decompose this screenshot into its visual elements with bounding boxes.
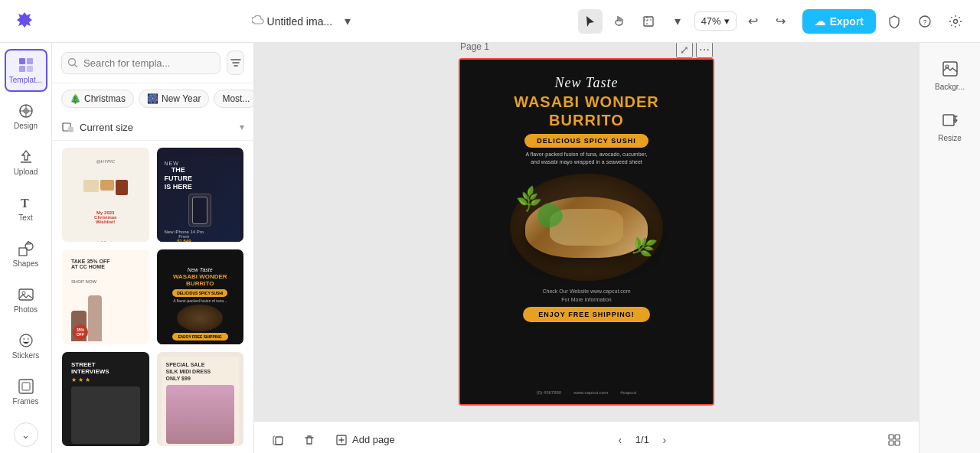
svg-rect-11: [19, 248, 27, 256]
main-area: Templat... Design Upload T Text: [0, 43, 980, 453]
help-btn[interactable]: ?: [913, 9, 937, 34]
upload-icon: [18, 148, 34, 165]
copy-page-btn[interactable]: [266, 428, 291, 452]
tag-christmas[interactable]: 🎄 Christmas: [61, 90, 134, 108]
background-label: Backgr...: [935, 83, 965, 91]
undo-btn[interactable]: ↩: [741, 9, 766, 34]
right-panel-resize[interactable]: Resize: [926, 103, 975, 148]
frame-tool-btn[interactable]: [636, 9, 661, 34]
header-center: Untitled ima... ▾: [43, 9, 569, 34]
sidebar-item-photos[interactable]: Photos: [5, 279, 47, 321]
sidebar-item-frames[interactable]: Frames: [5, 370, 47, 413]
export-button[interactable]: ☁ Export: [802, 9, 876, 34]
template-home-sale[interactable]: TAKE 35% OFFAT CC HOME SHOP NOW 35%OFF: [61, 249, 150, 344]
expand-icon: ⌄: [21, 429, 30, 441]
search-input[interactable]: [61, 52, 220, 74]
template-christmas-wish[interactable]: @HYPIC My 2023ChristmasWishlist! ☃ 0.3 s…: [61, 147, 150, 243]
undo-redo-group: ↩ ↪: [741, 9, 793, 34]
filter-icon: [230, 57, 241, 68]
shapes-icon: [18, 240, 34, 257]
svg-text:?: ?: [923, 18, 926, 26]
sidebar-item-text[interactable]: T Text: [5, 187, 47, 230]
hand-tool-btn[interactable]: [607, 9, 632, 34]
tag-most[interactable]: Most...: [214, 90, 253, 108]
template-burrito[interactable]: New Taste WASABI WONDERBURRITO DELICIOUS…: [156, 249, 245, 344]
canvas-food-image: 🌿 🌿: [510, 174, 663, 281]
page-expand-btn[interactable]: ⤢: [676, 43, 693, 58]
sidebar-item-templates[interactable]: Templat...: [5, 49, 47, 92]
page-nav: ‹ 1/1 ›: [611, 431, 674, 449]
settings-btn[interactable]: [943, 9, 968, 34]
sidebar-item-shapes[interactable]: Shapes: [5, 233, 47, 275]
svg-rect-5: [27, 58, 33, 64]
header: Untitled ima... ▾ ▾ 47% ▾ ↩ ↪: [0, 0, 980, 43]
page-label-text: Page 1: [460, 43, 489, 52]
zoom-control[interactable]: 47% ▾: [694, 11, 737, 31]
canvas-footer-website: www.capcut.com: [573, 390, 608, 395]
trash-icon: [303, 434, 315, 446]
sidebar-item-stickers[interactable]: Stickers: [5, 324, 47, 367]
canvas-title: WASABI WONDER BURRITO: [514, 93, 659, 129]
template-street[interactable]: STREETINTERVIEWS ★ ★ ★: [61, 351, 150, 447]
header-left: [12, 11, 34, 32]
filter-btn[interactable]: [227, 51, 244, 75]
filename-text: Untitled ima...: [267, 15, 333, 28]
sidebar-shapes-label: Shapes: [13, 259, 39, 268]
select-tool-btn[interactable]: [578, 9, 603, 34]
page-container: Page 1 ⤢ ⋯ New Taste WASABI WONDER BURRI…: [459, 58, 714, 406]
svg-point-14: [22, 292, 25, 295]
size-selector[interactable]: Current size ▾: [52, 114, 253, 141]
bottom-center: ‹ 1/1 ›: [412, 431, 873, 449]
search-icon: [67, 57, 78, 68]
design-canvas[interactable]: New Taste WASABI WONDER BURRITO DELICIOU…: [460, 60, 713, 404]
sidebar-upload-label: Upload: [14, 168, 38, 176]
canvas-cta: ENJOY FREE SHIPPING!: [523, 307, 649, 322]
redo-btn[interactable]: ↪: [769, 9, 793, 34]
sidebar-templates-label: Templat...: [9, 76, 42, 84]
sidebar-text-label: Text: [18, 213, 32, 222]
templates-grid: @HYPIC My 2023ChristmasWishlist! ☃ 0.3 s…: [52, 141, 253, 453]
canvas-viewport: Page 1 ⤢ ⋯ New Taste WASABI WONDER BURRI…: [254, 43, 919, 421]
shield-btn[interactable]: [882, 9, 906, 34]
resize-label: Resize: [938, 134, 962, 142]
filename-dropdown-btn[interactable]: ▾: [335, 9, 360, 34]
template-dress[interactable]: SPECIAL SALESILK MIDI DRESSONLY $99: [156, 351, 245, 447]
size-icon: [61, 120, 75, 134]
add-page-btn[interactable]: Add page: [328, 428, 403, 452]
prev-page-btn[interactable]: ‹: [611, 431, 629, 449]
svg-rect-16: [19, 380, 33, 393]
svg-rect-23: [889, 435, 893, 439]
svg-rect-6: [19, 66, 25, 72]
bottom-right: [882, 428, 906, 452]
canvas-footer-phone: (0) 4567890: [537, 390, 561, 395]
grid-view-btn[interactable]: [882, 428, 906, 452]
right-panel-background[interactable]: Backgr...: [926, 52, 975, 97]
template-phone-promo[interactable]: NEW THEFUTUREIS HERE New iPhone 14 ProFr…: [156, 147, 245, 243]
page-more-btn[interactable]: ⋯: [696, 43, 713, 58]
shield-icon: [887, 15, 901, 28]
delete-page-btn[interactable]: [297, 428, 322, 452]
logo-icon[interactable]: [12, 11, 34, 32]
frame-icon: [642, 15, 655, 28]
svg-text:T: T: [21, 197, 29, 210]
tag-newyear-label: New Year: [162, 93, 201, 104]
filename-display: Untitled ima... ▾: [252, 9, 361, 34]
tag-newyear[interactable]: 🎆 New Year: [139, 90, 209, 108]
next-page-btn[interactable]: ›: [655, 431, 674, 449]
sidebar-expand-btn[interactable]: ⌄: [14, 422, 38, 447]
canvas-content: New Taste WASABI WONDER BURRITO DELICIOU…: [460, 60, 713, 404]
template-thumbnail-christmas: @HYPIC My 2023ChristmasWishlist! ☃ 0.3 s…: [62, 148, 149, 243]
sidebar-item-upload[interactable]: Upload: [5, 141, 47, 184]
sidebar-stickers-label: Stickers: [12, 351, 40, 360]
tag-newyear-emoji: 🎆: [147, 93, 158, 104]
svg-rect-20: [68, 127, 74, 132]
frame-dropdown-btn[interactable]: ▾: [665, 9, 690, 34]
svg-rect-4: [19, 58, 25, 64]
sidebar-design-label: Design: [14, 122, 38, 130]
template-thumbnail-dress: SPECIAL SALESILK MIDI DRESSONLY $99: [157, 352, 244, 447]
sidebar-item-design[interactable]: Design: [5, 95, 47, 138]
canvas-description: A flavor-packed fusion of tuna, avocado,…: [526, 151, 648, 166]
grid-icon: [888, 434, 900, 446]
tag-most-label: Most...: [222, 93, 250, 104]
page-current: 1: [635, 434, 641, 445]
